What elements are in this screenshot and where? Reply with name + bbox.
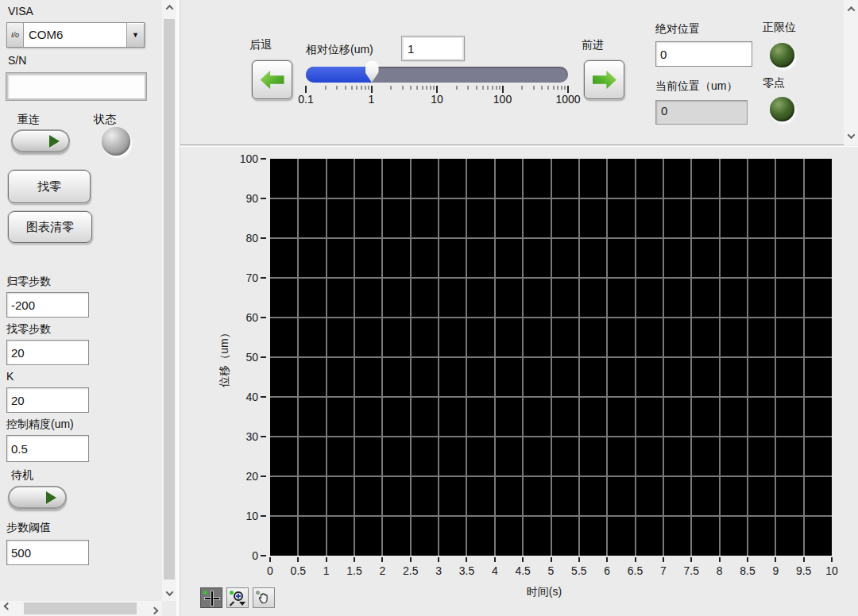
gridline-horizontal — [270, 317, 832, 318]
reconnect-toggle[interactable] — [11, 129, 70, 152]
slider-minor-tick — [422, 86, 423, 90]
zoom-tool-button[interactable] — [226, 587, 249, 608]
y-tick-label: 20 — [245, 470, 258, 483]
left-arrow-icon — [261, 70, 284, 90]
findzero-steps-input[interactable] — [6, 340, 89, 365]
slider-minor-tick — [553, 86, 554, 90]
chart-clear-button[interactable]: 图表清零 — [8, 211, 92, 243]
y-tick-mark — [261, 396, 266, 398]
homing-steps-input[interactable] — [6, 292, 89, 318]
y-tick-label: 70 — [245, 271, 258, 284]
slider-minor-tick — [496, 86, 497, 90]
y-tick-mark — [261, 158, 266, 160]
x-tick-label: 3.5 — [459, 564, 474, 577]
absolute-position-input[interactable] — [655, 41, 752, 67]
x-tick-mark — [354, 557, 355, 562]
slider-minor-tick — [417, 86, 418, 90]
pan-tool-button[interactable] — [253, 587, 275, 608]
scroll-up-button[interactable] — [162, 0, 176, 15]
y-tick-mark — [261, 277, 266, 279]
precision-input[interactable] — [6, 435, 89, 462]
x-tick-mark — [438, 557, 439, 562]
findzero-steps-label: 找零步数 — [6, 322, 51, 337]
x-tick-mark — [326, 557, 327, 562]
scrollbar-thumb[interactable] — [24, 603, 137, 614]
slider-minor-tick — [368, 86, 369, 90]
standby-toggle[interactable] — [8, 486, 67, 509]
sidebar-vertical-scrollbar[interactable] — [162, 0, 176, 601]
slider-minor-tick — [431, 86, 431, 90]
x-tick-mark — [297, 557, 299, 562]
find-zero-button[interactable]: 找零 — [8, 170, 91, 203]
slider-minor-tick — [468, 86, 469, 90]
slider-minor-tick — [558, 86, 558, 90]
slider-minor-tick — [476, 86, 477, 90]
y-axis: 1009080706050403020100 — [180, 159, 269, 556]
x-tick-mark — [410, 557, 412, 562]
slider-minor-tick — [548, 86, 549, 90]
y-tick-mark — [261, 317, 266, 318]
x-tick-mark — [719, 557, 721, 562]
x-tick-mark — [831, 557, 833, 562]
positive-limit-led — [770, 43, 794, 67]
scroll-down-button[interactable] — [162, 586, 176, 601]
x-tick-mark — [269, 557, 271, 562]
slider-minor-tick — [427, 86, 427, 90]
slider-minor-tick — [562, 86, 562, 90]
x-tick-label: 7 — [660, 564, 667, 577]
gridline-horizontal — [270, 237, 832, 239]
tool-active-dot-icon — [203, 591, 207, 595]
slider-major-tick — [436, 86, 438, 93]
scroll-down-button[interactable] — [844, 129, 858, 144]
visa-combo[interactable]: I/o COM6 ▼ — [6, 22, 145, 48]
x-tick-label: 6 — [604, 564, 610, 577]
slider-minor-tick — [522, 86, 523, 90]
x-tick-mark — [494, 557, 496, 562]
crosshair-icon — [211, 591, 213, 606]
scroll-left-button[interactable] — [0, 601, 15, 616]
y-tick-mark — [261, 237, 266, 239]
x-tick-label: 8 — [717, 564, 723, 577]
top-panel-vertical-scrollbar[interactable] — [844, 0, 858, 145]
gridline-horizontal — [270, 396, 832, 398]
status-label: 状态 — [94, 113, 116, 127]
slider-scale-label: 1000 — [555, 93, 580, 106]
slider-minor-tick — [361, 86, 361, 90]
visa-io-icon: I/o — [7, 23, 24, 47]
back-button[interactable] — [252, 60, 292, 99]
scroll-up-button[interactable] — [844, 2, 858, 17]
slider-minor-tick — [456, 86, 457, 90]
zero-point-label: 零点 — [763, 76, 785, 90]
slider-major-tick — [502, 86, 504, 93]
y-tick-mark — [261, 356, 266, 358]
slider-fill — [306, 67, 372, 83]
y-tick-label: 90 — [245, 192, 258, 205]
plot-area[interactable] — [270, 159, 832, 556]
back-label: 后退 — [249, 38, 272, 52]
slider-minor-tick — [325, 86, 326, 90]
relative-move-input[interactable] — [402, 37, 464, 60]
x-tick-label: 9 — [772, 564, 779, 577]
slider-minor-tick — [345, 86, 346, 90]
scroll-right-button[interactable] — [147, 601, 162, 616]
slider-minor-tick — [337, 86, 338, 90]
current-position-label: 当前位置（um） — [655, 79, 737, 94]
k-input[interactable] — [6, 387, 89, 413]
sidebar-horizontal-scrollbar[interactable] — [0, 601, 162, 616]
slider-major-tick — [567, 86, 569, 93]
visa-combo-value[interactable]: COM6 — [24, 23, 126, 47]
scrollbar-thumb[interactable] — [164, 19, 175, 579]
relative-move-slider[interactable] — [306, 67, 568, 83]
y-tick-label: 30 — [245, 430, 258, 443]
x-tick-mark — [803, 557, 805, 562]
crosshair-tool-button[interactable] — [200, 587, 222, 608]
threshold-input[interactable] — [6, 540, 89, 565]
magnifier-handle-icon — [230, 601, 234, 606]
dropdown-triangle-icon — [239, 602, 245, 606]
forward-button[interactable] — [584, 60, 624, 99]
slider-scale-labels: 0.11101001000 — [306, 93, 568, 107]
x-tick-label: 0 — [267, 564, 273, 577]
sn-input[interactable] — [6, 73, 146, 100]
visa-combo-dropdown-button[interactable]: ▼ — [126, 23, 144, 47]
y-tick-mark — [261, 198, 266, 199]
